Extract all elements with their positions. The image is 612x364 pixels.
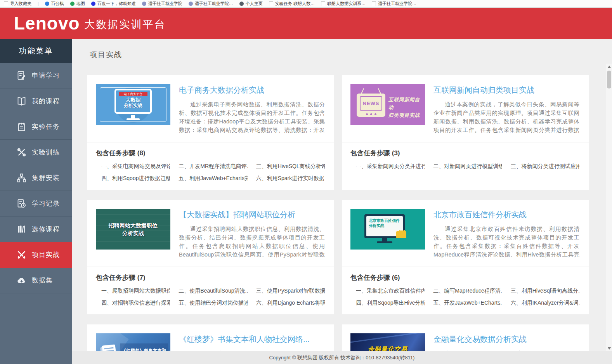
bookmark-item[interactable]: 适于社工就业学院 — [142, 1, 182, 7]
bookmark-label: 地图 — [76, 1, 85, 7]
scrollbar-thumb[interactable] — [607, 71, 611, 88]
task-step[interactable]: 三、将新闻分类进行测试应用... — [505, 163, 579, 170]
app-title: 大数据实训平台 — [85, 15, 166, 31]
monitor-base — [377, 241, 392, 243]
scroll-up-button[interactable] — [606, 64, 612, 69]
tv-label: NEWS — [363, 101, 380, 106]
tasks-section: 包含任务步骤 (8) 一、采集电商网站交易及评论... 二、开发MR程序清洗电商… — [87, 142, 334, 190]
sidebar-item-my-courses[interactable]: 我的课程 — [0, 88, 72, 114]
sidebar-item-label: 选修课程 — [32, 225, 60, 234]
bookmark-item[interactable]: 适于社工就业学院… — [189, 1, 233, 7]
bookmark-item[interactable]: 百度一下，你就知道 — [91, 1, 136, 7]
footer: Copyright © 联想集团 版权所有 技术咨询：010-82793540(… — [72, 351, 612, 364]
project-thumbnail[interactable]: 北京市政百姓信件 分析实战 — [350, 209, 425, 250]
project-thumbnail[interactable]: 《红楼梦》书集文本和 人物社交网络分析案例 — [96, 333, 170, 351]
project-thumbnail[interactable]: 金融量化交易 数据分析实战 — [350, 333, 425, 351]
project-thumbnail[interactable]: 招聘网站大数据职位 分析实战 — [96, 209, 170, 250]
sidebar-item-experiment-tasks[interactable]: 实验任务 — [0, 114, 72, 140]
project-card-beijing-letters: 北京市政百姓信件 分析实战 北京市政百姓信件分析实战 通过采集 — [342, 200, 589, 314]
bookmark-item[interactable]: 联想大数据实训系… — [321, 1, 366, 7]
thumb-text: 归类项目实战 — [388, 111, 425, 119]
project-thumbnail[interactable]: 电子商务平台 大数据 分析实战 — [96, 84, 170, 125]
task-step[interactable]: 三、利用HiveSql语句离线分... — [505, 288, 579, 295]
task-step[interactable]: 五、开发JavaWeb+ECharts... — [428, 300, 502, 307]
project-card-news: NEWS 互联网新闻自动 归类项目实战 互联网新闻自动归类项目实战 — [342, 75, 589, 190]
map-icon — [70, 2, 75, 6]
briefcase-icon — [396, 231, 406, 238]
bookmark-item[interactable]: 导入收藏夹 — [4, 1, 31, 7]
sidebar-item-study-records[interactable]: 学习记录 — [0, 191, 72, 217]
sidebar-header: 功能菜单 — [0, 39, 72, 63]
sidebar-item-cluster-install[interactable]: 集群安装 — [0, 165, 72, 191]
monitor-icon: 电子商务平台 大数据 分析实战 — [114, 89, 152, 114]
bookmark-item[interactable]: 地图 — [70, 1, 85, 7]
task-step[interactable]: 一、采集北京市政百姓信件内... — [350, 288, 425, 295]
project-title-link[interactable]: 互联网新闻自动归类项目实战 — [433, 85, 579, 95]
task-step[interactable]: 五、利用JavaWeb+Echarts完... — [173, 175, 247, 182]
task-step[interactable]: 二、使用BeautifulSoup清洗... — [173, 288, 247, 295]
task-step[interactable]: 四、利用Sqoop进行数据迁移... — [96, 175, 170, 182]
bookmark-item[interactable]: 百公棋 — [45, 1, 64, 7]
tasks-count-heading: 包含任务步骤 (7) — [96, 273, 325, 282]
sidebar-item-dataset[interactable]: 数据集 — [0, 268, 72, 293]
thumb-ribbon: 电子商务平台 — [119, 92, 147, 96]
sidebar-item-elective-courses[interactable]: 选修课程 — [0, 217, 72, 242]
task-step[interactable]: 六、利用Spark进行实时数据... — [251, 175, 325, 182]
project-description: 通过采集北京市政百姓信件来访数据、利用数据清洗、数据分析、数据可视化技术完成整体… — [433, 225, 579, 259]
sidebar-item-apply-study[interactable]: 申请学习 — [0, 63, 72, 88]
task-step[interactable]: 六、利用IKAnalyzer分词&词... — [505, 300, 579, 307]
bookmark-label: 实验任务 联想大数… — [275, 1, 315, 7]
school-site-icon — [189, 2, 193, 6]
task-step[interactable]: 二、对新闻网页进行模型训练... — [428, 163, 502, 170]
baidu-icon — [91, 2, 95, 6]
project-title-link[interactable]: 北京市政百姓信件分析实战 — [433, 210, 579, 220]
apply-study-icon — [16, 70, 27, 81]
monitor-base — [127, 118, 140, 120]
project-card-ecommerce: 电子商务平台 大数据 分析实战 电子商务大数据分析实战 通过采集电子商务网站数据… — [87, 75, 334, 190]
task-step[interactable]: 二、编写MapReduce程序清... — [428, 288, 502, 295]
tasks-section: 包含任务步骤 (7) 一、爬取招聘网站大数据职位... 二、使用Beautifu… — [87, 267, 334, 314]
task-step[interactable]: 六、利用Django Echarts将职... — [251, 300, 325, 307]
bookmark-item[interactable]: 实验任务 联想大数… — [269, 1, 315, 7]
vertical-scrollbar[interactable] — [606, 64, 612, 351]
page-title: 项目实战 — [72, 39, 612, 65]
arrow-down-icon — [608, 347, 611, 350]
task-step[interactable]: 五、使用结巴分词对岗位描述... — [173, 300, 247, 307]
bookmark-label: 导入收藏夹 — [10, 1, 31, 7]
tasks-section: 包含任务步骤 (6) 一、采集北京市政百姓信件内... 二、编写MapReduc… — [342, 267, 589, 314]
monitor-stand — [131, 115, 135, 118]
scroll-down-button[interactable] — [606, 345, 612, 351]
thumb-text: 大数据 — [116, 97, 150, 103]
monitor-stand — [382, 238, 387, 241]
bookmark-label: 百公棋 — [51, 1, 64, 7]
task-step[interactable]: 三、利用HiveSQL离线分析评... — [251, 163, 325, 170]
sidebar-item-project-practice[interactable]: 项目实战 — [0, 242, 72, 268]
cluster-sitemap-icon — [16, 173, 27, 183]
task-step[interactable]: 二、开发MR程序清洗电商评... — [173, 163, 247, 170]
task-step[interactable]: 一、采集电商网站交易及评论... — [96, 163, 170, 170]
project-title-link[interactable]: 金融量化交易数据分析实战 — [433, 334, 579, 345]
tasks-count-heading: 包含任务步骤 (6) — [350, 273, 579, 282]
bookmark-item[interactable]: 个人主页 — [239, 1, 263, 7]
bookmark-label: 适于社工就业学院… — [378, 1, 416, 7]
task-step[interactable]: 一、爬取招聘网站大数据职位... — [96, 288, 170, 295]
project-title-link[interactable]: 电子商务大数据分析实战 — [179, 85, 325, 95]
sidebar-item-label: 项目实战 — [32, 250, 60, 259]
screen: 导入收藏夹 | 百公棋 地图 百度一下，你就知道 适于社工就业学院 适于社工就业… — [0, 0, 612, 364]
task-step[interactable]: 四、利用Sqoop导出Hive分析... — [350, 300, 425, 307]
bookmark-item[interactable]: 适于社工就业学院… — [372, 1, 416, 7]
notepad-icon — [16, 121, 27, 132]
sidebar-item-experiment-training[interactable]: 实验训练 — [0, 140, 72, 165]
thumb-text: 招聘网站大数据职位 — [109, 222, 158, 229]
arrow-up-icon — [608, 66, 611, 68]
task-step[interactable]: 三、使用PySpark对智联数据... — [251, 288, 325, 295]
project-thumbnail[interactable]: NEWS 互联网新闻自动 归类项目实战 — [350, 84, 425, 125]
thumb-text: 互联网新闻自动 — [388, 96, 425, 111]
task-step[interactable]: 四、对招聘职位信息进行探索... — [96, 300, 170, 307]
project-title-link[interactable]: 【大数据实战】招聘网站职位分析 — [179, 210, 325, 220]
site-logo-icon — [45, 2, 49, 6]
thumb-text: 分析实战 — [369, 223, 400, 228]
project-title-link[interactable]: 《红楼梦》书集文本和人物社交网络... — [179, 334, 325, 345]
task-step[interactable]: 一、采集新闻网页分类并进行... — [350, 163, 425, 170]
app-header: Lenovo 大数据实训平台 — [0, 8, 612, 39]
